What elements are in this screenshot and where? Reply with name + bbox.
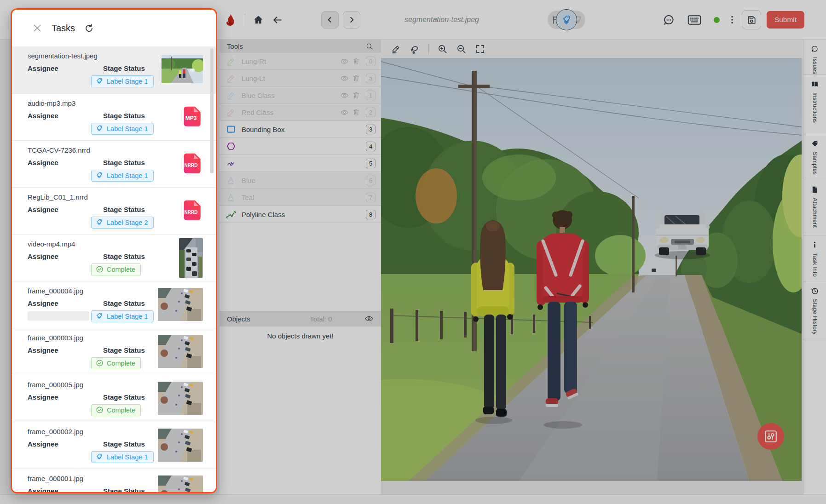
tool-row[interactable]: Lung-Lt a [219,70,381,87]
save-button[interactable] [742,10,761,29]
stage-status-badge: Label Stage 1 [91,310,154,322]
delete-trash-icon[interactable] [350,91,362,99]
tool-shortcut-key: 8 [366,210,375,219]
file-icon [811,186,819,194]
lasso-tool-icon[interactable] [410,44,420,54]
visibility-eye-icon[interactable] [338,74,350,83]
fit-screen-icon[interactable] [475,44,485,54]
tool-label: Lung-Lt [242,74,338,82]
visibility-eye-icon[interactable] [338,91,350,100]
tab-label: Stage History [812,299,818,335]
back-button[interactable] [271,14,283,26]
task-row[interactable]: frame_000001.jpg Assignee Stage Status L… [12,469,216,492]
tab-label: Attachment [812,198,818,228]
delete-trash-icon[interactable] [350,74,362,82]
chat-icon [811,45,819,53]
tab-stage-history[interactable]: Stage History [803,281,826,341]
tags-mode-icon[interactable] [556,9,577,30]
tool-row[interactable]: Teal 7 [219,189,381,206]
task-thumbnail[interactable]: MP3 [180,106,203,129]
previous-asset-button[interactable] [321,11,339,29]
objects-total-count: Total: 0 [277,315,364,323]
asset-photo [381,58,802,481]
more-menu-button[interactable] [727,15,737,25]
home-button[interactable] [253,14,264,26]
tab-label: Instructions [812,92,818,123]
task-row[interactable]: RegLib_C01_1.nrrd Assignee Stage Status … [12,187,216,234]
keyboard-shortcuts-button[interactable] [687,15,701,25]
adjustments-fab[interactable] [757,423,784,450]
hexagon-icon [226,141,236,151]
text-class-icon [226,192,236,202]
tool-row[interactable]: Bounding Box 3 [219,121,381,138]
marker-icon [226,107,236,117]
tool-shortcut-key: 3 [366,125,375,134]
canvas-toolbar-divider [428,44,429,54]
polyline-icon [226,209,236,219]
task-row[interactable]: audio-mp3.mp3 Assignee Stage Status Labe… [12,93,216,140]
tool-shortcut-key: 4 [366,142,375,151]
tool-shortcut-key: 1 [366,91,375,100]
tab-label: Samples [812,152,818,175]
tag-icon [811,140,819,148]
flame-logo[interactable] [224,13,237,27]
tool-row[interactable]: Blue Class 1 [219,87,381,104]
submit-button[interactable]: Submit [767,11,804,29]
tool-row[interactable]: Red Class 2 [219,104,381,121]
zoom-in-icon[interactable] [437,44,448,54]
task-row[interactable]: frame_000004.jpg Assignee Stage Status L… [12,281,216,328]
tool-label: Red Class [242,109,338,116]
tool-shortcut-key: 0 [366,57,375,66]
task-row[interactable]: frame_000005.jpg Assignee Stage Status C… [12,375,216,422]
tool-row[interactable]: 4 [219,138,381,155]
info-icon [811,241,819,249]
assignee-column-label: Assignee [28,206,58,213]
task-thumbnail[interactable] [179,238,203,278]
tasks-scrollbar[interactable] [210,48,214,173]
delete-trash-icon[interactable] [350,108,362,116]
task-thumbnail[interactable] [158,429,203,462]
task-thumbnail[interactable]: NRRD [180,153,203,176]
tool-row[interactable]: Polyline Class 8 [219,206,381,223]
task-thumbnail[interactable] [158,382,203,415]
task-thumbnail[interactable] [158,475,203,492]
task-row[interactable]: frame_000003.jpg Assignee Stage Status C… [12,328,216,375]
task-thumbnail[interactable] [162,55,203,83]
tab-samples[interactable]: Samples [803,134,826,180]
assignee-column-label: Assignee [28,112,58,120]
task-row[interactable]: TCGA-CV-7236.nrrd Assignee Stage Status … [12,140,216,187]
objects-visibility-eye-icon[interactable] [364,314,374,323]
task-thumbnail[interactable] [158,288,203,321]
task-row[interactable]: segmentation-test.jpeg Assignee Stage St… [12,46,216,93]
tool-label: Blue [242,177,362,184]
tools-panel: Tools Lung-Rt 0 Lung-Lt a Blue Class 1 R… [219,40,381,494]
task-row[interactable]: video-mp4.mp4 Assignee Stage Status Comp… [12,234,216,281]
image-canvas[interactable] [381,58,803,494]
tab-issues[interactable]: Issues [803,40,826,75]
delete-trash-icon[interactable] [350,57,362,65]
visibility-eye-icon[interactable] [338,57,350,66]
tab-attachment[interactable]: Attachment [803,180,826,235]
tool-row[interactable]: Lung-Rt 0 [219,53,381,70]
next-asset-button[interactable] [343,11,360,29]
marker-tool-icon[interactable] [391,44,401,54]
tool-shortcut-key: a [366,74,375,83]
close-icon[interactable] [32,23,42,33]
visibility-eye-icon[interactable] [338,108,350,117]
tool-row[interactable]: Blue 6 [219,172,381,189]
tab-task-info[interactable]: Task Info [803,235,826,281]
tool-shortcut-key: 2 [366,108,375,117]
toolbar-divider [245,14,245,26]
refresh-icon[interactable] [84,23,94,33]
tab-instructions[interactable]: Instructions [803,75,826,134]
zoom-out-icon[interactable] [456,44,467,54]
task-row[interactable]: frame_000002.jpg Assignee Stage Status L… [12,422,216,469]
stage-status-badge: Complete [91,357,141,369]
task-thumbnail[interactable]: NRRD [180,200,203,223]
book-icon [811,80,819,88]
comments-button[interactable] [663,14,675,26]
assignee-loading-skeleton [28,311,89,321]
task-thumbnail[interactable] [158,335,203,368]
search-icon[interactable] [365,42,374,51]
tool-row[interactable]: 5 [219,155,381,172]
